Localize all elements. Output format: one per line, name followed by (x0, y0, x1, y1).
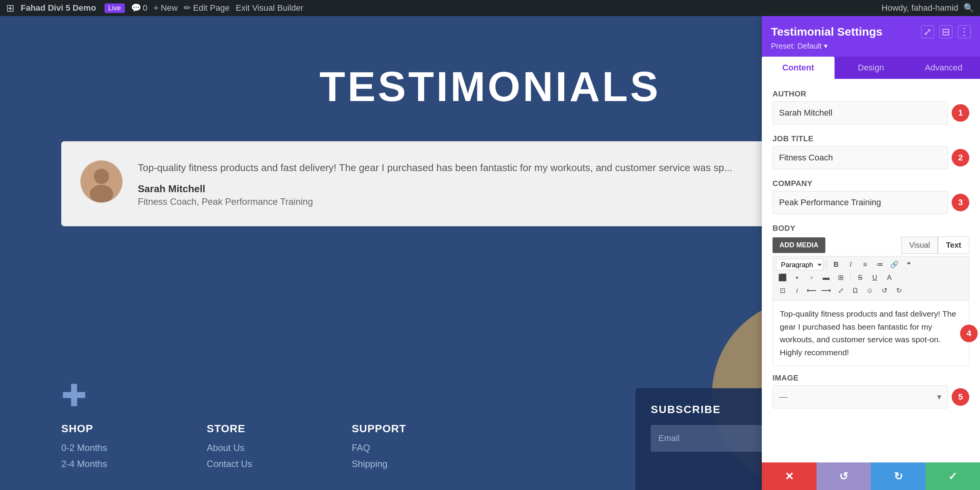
body-editor[interactable]: Top-quality fitness products and fast de… (773, 301, 969, 366)
cancel-button[interactable]: ✕ (762, 462, 817, 490)
fullscreen-button[interactable]: ⤢ (834, 285, 847, 296)
search-icon[interactable]: 🔍 (964, 3, 974, 13)
new-button[interactable]: + New (154, 3, 178, 13)
undo-button[interactable]: ↺ (878, 285, 891, 296)
company-input[interactable] (773, 191, 948, 214)
howdy-text: Howdy, fahad-hamid (882, 3, 958, 13)
indent-right-button[interactable]: ⟶ (820, 285, 833, 296)
job-title-input[interactable] (773, 146, 948, 169)
company-label: Company (773, 179, 969, 188)
cancel-icon: ✕ (785, 470, 794, 483)
panel-more-icon[interactable]: ⋮ (958, 25, 971, 38)
edit-page-button[interactable]: ✏ Edit Page (184, 3, 230, 13)
align-right-button[interactable]: ▫ (805, 272, 818, 283)
tab-advanced[interactable]: Advanced (907, 57, 980, 79)
blockquote-button[interactable]: ❝ (902, 259, 915, 270)
tab-design[interactable]: Design (835, 57, 907, 79)
image-field-group: Image — ▾ 5 (773, 374, 969, 408)
reset-button[interactable]: ↺ (817, 462, 871, 490)
body-toolbar-row1: ADD MEDIA Visual Text (773, 237, 969, 254)
author-input-row: 1 (773, 101, 969, 124)
shop-heading: SHOP (61, 423, 107, 435)
shop-link-1[interactable]: 0-2 Months (61, 443, 107, 453)
text-color-button[interactable]: A (883, 272, 896, 283)
image-field-placeholder: — (779, 392, 787, 402)
visual-tab[interactable]: Visual (901, 237, 938, 254)
site-name[interactable]: Fahad Divi 5 Demo (21, 3, 96, 13)
image-field[interactable]: — ▾ (773, 385, 948, 408)
support-link-2[interactable]: Shipping (352, 459, 406, 469)
support-link-1[interactable]: FAQ (352, 443, 406, 453)
body-field-group: Body ADD MEDIA Visual Text Paragraph B I… (773, 224, 969, 366)
panel-body: Author 1 Job Title 2 Company 3 Body (762, 79, 980, 462)
step-badge-5: 5 (952, 388, 969, 406)
job-title-input-row: 2 (773, 146, 969, 169)
align-left-button[interactable]: ⬛ (776, 272, 789, 283)
comment-count[interactable]: 💬 0 (131, 3, 147, 13)
author-input[interactable] (773, 101, 948, 124)
emoji-button[interactable]: ☺ (863, 285, 876, 296)
unordered-list-button[interactable]: ≡ (859, 259, 872, 270)
job-title-label: Job Title (773, 134, 969, 143)
ordered-list-button[interactable]: ≔ (873, 259, 886, 270)
panel-footer: ✕ ↺ ↻ ✓ (762, 462, 980, 490)
job-title-field-group: Job Title 2 (773, 134, 969, 169)
step-badge-4: 4 (960, 325, 978, 342)
redo-button[interactable]: ↻ (892, 285, 905, 296)
paste-button[interactable]: ⊡ (776, 285, 789, 296)
avatar (80, 160, 122, 203)
store-heading: STORE (207, 423, 252, 435)
indent-left-button[interactable]: ⟵ (805, 285, 818, 296)
svg-point-1 (94, 169, 109, 184)
company-field-group: Company 3 (773, 179, 969, 214)
shop-link-2[interactable]: 2-4 Months (61, 459, 107, 469)
footer-col-store: STORE About Us Contact Us (207, 423, 252, 475)
table-button[interactable]: ⊞ (834, 272, 847, 283)
paragraph-select[interactable]: Paragraph (776, 259, 823, 270)
toolbar-row-2: ⬛ ▪ ▫ ▬ ⊞ S U A (776, 272, 966, 283)
italic-button[interactable]: I (844, 259, 857, 270)
toolbar-row-1: Paragraph B I ≡ ≔ 🔗 ❝ (776, 259, 966, 270)
wp-logo-icon[interactable]: ⊞ (6, 2, 15, 14)
store-link-1[interactable]: About Us (207, 443, 252, 453)
strikethrough-button[interactable]: S (854, 272, 867, 283)
body-toolbar: Paragraph B I ≡ ≔ 🔗 ❝ ⬛ ▪ ▫ ▬ ⊞ (773, 256, 969, 301)
body-label: Body (773, 224, 969, 233)
image-label: Image (773, 374, 969, 382)
text-tab[interactable]: Text (938, 237, 969, 254)
visual-text-tabs: Visual Text (901, 237, 969, 254)
settings-panel: Testimonial Settings ⤢ ⊟ ⋮ Preset: Defau… (762, 16, 980, 490)
bold-button[interactable]: B (830, 259, 843, 270)
footer-col-shop: SHOP 0-2 Months 2-4 Months (61, 423, 107, 475)
tab-content[interactable]: Content (762, 57, 835, 79)
special-char-button[interactable]: Ω (849, 285, 862, 296)
align-justify-button[interactable]: ▬ (820, 272, 833, 283)
save-icon: ✓ (948, 470, 957, 483)
image-input-row: — ▾ 5 (773, 385, 969, 408)
align-center-button[interactable]: ▪ (791, 272, 804, 283)
footer-col-support: SUPPORT FAQ Shipping (352, 423, 406, 475)
underline-button[interactable]: U (868, 272, 881, 283)
support-heading: SUPPORT (352, 423, 406, 435)
link-button[interactable]: 🔗 (888, 259, 901, 270)
panel-preset[interactable]: Preset: Default ▾ (771, 41, 971, 51)
chevron-down-icon: ▾ (937, 392, 941, 402)
reset-icon: ↺ (839, 470, 848, 483)
add-media-button[interactable]: ADD MEDIA (773, 237, 825, 253)
step-badge-2: 2 (952, 149, 969, 167)
italic2-button[interactable]: i (791, 285, 804, 296)
step-badge-1: 1 (952, 104, 969, 122)
panel-title-row: Testimonial Settings ⤢ ⊟ ⋮ (771, 25, 971, 38)
panel-title: Testimonial Settings (771, 25, 882, 38)
panel-expand-icon[interactable]: ⤢ (921, 25, 934, 38)
refresh-button[interactable]: ↻ (871, 462, 926, 490)
toolbar-row-3: ⊡ i ⟵ ⟶ ⤢ Ω ☺ ↺ ↻ (776, 285, 966, 296)
divider-2 (850, 274, 851, 281)
store-link-2[interactable]: Contact Us (207, 459, 252, 469)
exit-builder-button[interactable]: Exit Visual Builder (236, 3, 304, 13)
step-badge-3: 3 (952, 194, 969, 211)
refresh-icon: ↻ (894, 470, 903, 483)
admin-bar-right: Howdy, fahad-hamid 🔍 (882, 3, 974, 13)
panel-split-icon[interactable]: ⊟ (939, 25, 952, 38)
save-button[interactable]: ✓ (926, 462, 980, 490)
